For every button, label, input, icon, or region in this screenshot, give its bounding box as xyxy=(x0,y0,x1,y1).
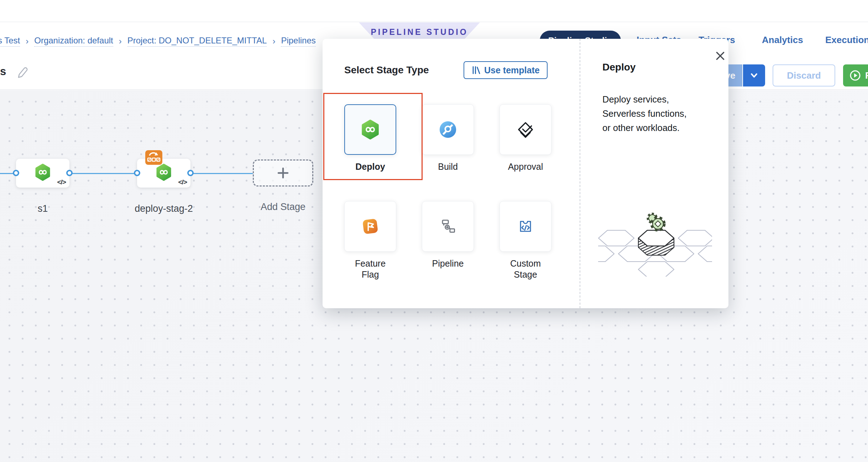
stage-node-s1[interactable]: </> xyxy=(16,159,69,188)
nav-tab-execution-history[interactable]: Execution xyxy=(825,35,868,46)
save-options-button[interactable] xyxy=(743,64,765,86)
detail-description: Deploy services, Serverless functions, o… xyxy=(602,92,713,135)
stage-node-deploy-stag-2[interactable]: </> xyxy=(137,159,190,188)
pipeline-edge xyxy=(190,173,253,174)
breadcrumb: s Test › Organization: default › Project… xyxy=(0,36,316,47)
use-template-button[interactable]: Use template xyxy=(464,61,548,79)
breadcrumb-separator: › xyxy=(26,36,28,46)
approval-diamond-check-icon xyxy=(515,119,536,140)
stage-label-deploy-stag-2: deploy-stag-2 xyxy=(116,203,212,214)
build-ci-icon xyxy=(438,119,458,140)
add-stage-button[interactable] xyxy=(253,159,313,187)
breadcrumb-item-organization[interactable]: Organization: default xyxy=(34,36,113,47)
stage-type-label: Approval xyxy=(487,161,564,172)
stage-type-label: Deploy xyxy=(331,161,409,172)
stage-type-approval[interactable] xyxy=(500,104,551,155)
top-strip xyxy=(0,0,868,22)
add-stage-label: Add Stage xyxy=(253,201,313,212)
stage-type-label: Custom Stage xyxy=(487,258,564,280)
close-icon[interactable] xyxy=(712,48,728,64)
discard-button[interactable]: Discard xyxy=(773,64,835,86)
pipeline-title-fragment: s xyxy=(0,65,6,78)
breadcrumb-separator: › xyxy=(272,36,275,46)
stage-type-pipeline[interactable] xyxy=(422,201,474,252)
pipeline-chain-icon xyxy=(438,216,458,237)
template-library-icon xyxy=(471,65,481,75)
yaml-code-icon[interactable]: </> xyxy=(57,178,66,186)
node-port[interactable] xyxy=(66,170,73,176)
select-stage-type-modal: Select Stage Type Use template xyxy=(323,39,728,308)
nav-tab-analytics[interactable]: Analytics xyxy=(762,35,803,46)
pipeline-edge xyxy=(69,173,137,174)
stage-type-deploy[interactable] xyxy=(344,104,396,155)
breadcrumb-separator: › xyxy=(119,36,122,46)
node-port[interactable] xyxy=(13,170,19,176)
feature-flag-icon xyxy=(360,216,381,237)
use-template-label: Use template xyxy=(484,65,540,75)
deploy-hexagon-icon xyxy=(360,119,381,140)
rolling-deploy-badge-icon xyxy=(145,150,162,165)
stage-detail-panel: Deploy Deploy services, Serverless funct… xyxy=(580,39,728,308)
stage-type-panel: Select Stage Type Use template xyxy=(323,39,580,308)
run-button-label: Run xyxy=(865,70,868,81)
stage-type-feature-flag[interactable] xyxy=(344,201,396,252)
stage-type-label: Feature Flag xyxy=(331,258,409,280)
deploy-hexagon-illustration xyxy=(598,205,712,277)
node-port[interactable] xyxy=(187,170,194,176)
plus-icon xyxy=(275,165,291,181)
detail-title: Deploy xyxy=(602,62,636,73)
cd-hexagon-icon xyxy=(34,163,52,182)
stage-type-label: Build xyxy=(409,161,487,172)
modal-title: Select Stage Type xyxy=(344,64,429,76)
node-port[interactable] xyxy=(134,170,140,176)
stage-type-custom-stage[interactable] xyxy=(500,201,551,252)
stage-type-build[interactable] xyxy=(422,104,474,155)
breadcrumb-item-pipelines[interactable]: Pipelines xyxy=(281,36,315,47)
run-button[interactable]: Run xyxy=(843,64,868,86)
stage-label-s1: s1 xyxy=(16,203,69,214)
yaml-code-icon[interactable]: </> xyxy=(178,178,187,186)
edit-pencil-icon[interactable] xyxy=(15,64,30,79)
custom-stage-icon xyxy=(515,216,536,237)
breadcrumb-item-project[interactable]: Project: DO_NOT_DELETE_MITTAL xyxy=(127,36,267,47)
stage-type-label: Pipeline xyxy=(409,258,487,269)
cd-hexagon-icon xyxy=(155,163,173,182)
chevron-down-icon xyxy=(749,71,759,80)
run-play-icon xyxy=(849,69,862,82)
breadcrumb-item-account[interactable]: s Test xyxy=(0,36,20,47)
